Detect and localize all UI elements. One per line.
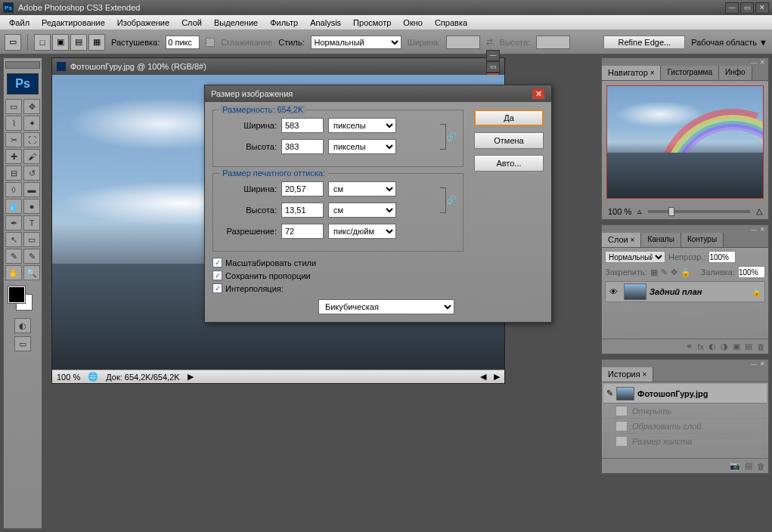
print-height-input[interactable]	[281, 203, 324, 218]
print-height-unit[interactable]: см	[328, 203, 396, 218]
ok-button[interactable]: Да	[474, 110, 544, 126]
tab-histogram[interactable]: Гистограмма	[661, 66, 719, 80]
layer-mask-icon[interactable]: ◐	[708, 342, 716, 351]
new-state-icon[interactable]: ▤	[745, 461, 752, 471]
history-item[interactable]: Образовать слой	[603, 419, 767, 434]
layer-row[interactable]: 👁 Задний план 🔒	[605, 281, 765, 302]
zoom-in-icon[interactable]: △	[756, 206, 762, 216]
history-item[interactable]: Открыть	[603, 404, 767, 419]
history-source[interactable]: ✎ ФотошопГуру.jpg	[603, 384, 767, 404]
brush-tool[interactable]: 🖌	[23, 149, 40, 164]
eyedropper-tool[interactable]: ✎	[23, 249, 40, 264]
type-tool[interactable]: T	[23, 215, 40, 230]
minimize-button[interactable]: —	[725, 2, 739, 14]
link-layers-icon[interactable]: ⚭	[686, 342, 693, 351]
delete-layer-icon[interactable]: 🗑	[757, 342, 765, 351]
menu-analysis[interactable]: Analysis	[304, 17, 347, 29]
tab-paths[interactable]: Контуры	[681, 233, 724, 247]
move-tool[interactable]: ✥	[23, 99, 40, 114]
wand-tool[interactable]: ✦	[23, 116, 40, 131]
panel-min-icon[interactable]: —	[751, 59, 757, 66]
selection-add-icon[interactable]: ▣	[52, 34, 69, 51]
doc-maximize-button[interactable]: ▭	[486, 61, 500, 73]
close-button[interactable]: ✕	[755, 2, 769, 14]
foreground-color-swatch[interactable]	[8, 286, 25, 303]
px-width-unit[interactable]: пикселы	[328, 118, 396, 133]
snapshot-icon[interactable]: 📷	[730, 461, 740, 471]
layer-visibility-icon[interactable]: 👁	[606, 287, 621, 296]
doc-zoom[interactable]: 100 %	[57, 373, 80, 382]
menu-filter[interactable]: Фильтр	[264, 17, 304, 29]
selection-subtract-icon[interactable]: ▤	[70, 34, 87, 51]
nav-zoom-value[interactable]: 100 %	[608, 207, 631, 216]
print-link-icon[interactable]: 🔗	[446, 195, 457, 205]
notes-tool[interactable]: ✎	[5, 249, 22, 264]
zoom-tool[interactable]: 🔍	[23, 265, 40, 280]
group-icon[interactable]: ▣	[733, 342, 740, 351]
auto-button[interactable]: Авто...	[474, 155, 544, 172]
dialog-titlebar[interactable]: Размер изображения ✕	[205, 85, 551, 102]
dialog-close-button[interactable]: ✕	[532, 88, 545, 100]
screenmode-button[interactable]: ▭	[14, 336, 31, 351]
resolution-input[interactable]	[281, 224, 324, 239]
print-width-unit[interactable]: см	[328, 181, 396, 196]
path-tool[interactable]: ↖	[5, 232, 22, 247]
px-height-unit[interactable]: пикселы	[328, 139, 396, 154]
menu-view[interactable]: Просмотр	[347, 17, 397, 29]
menu-select[interactable]: Выделение	[208, 17, 264, 29]
document-titlebar[interactable]: ФотошопГуру.jpg @ 100% (RGB/8#) — ▭ ✕	[52, 58, 504, 75]
fill-input[interactable]	[738, 266, 765, 278]
heal-tool[interactable]: ✚	[5, 149, 22, 164]
tab-layers[interactable]: Слои ×	[602, 233, 641, 247]
eraser-tool[interactable]: ◊	[5, 182, 22, 197]
menu-window[interactable]: Окно	[397, 17, 429, 29]
tool-preset-icon[interactable]: ▭	[5, 34, 21, 51]
stamp-tool[interactable]: ⊟	[5, 165, 22, 181]
dodge-tool[interactable]: ●	[23, 199, 40, 214]
new-layer-icon[interactable]: ▤	[745, 342, 752, 351]
zoom-slider[interactable]	[648, 210, 750, 213]
layer-thumbnail[interactable]	[624, 283, 646, 300]
lock-all-icon[interactable]: 🔒	[681, 268, 691, 277]
crop-tool[interactable]: ✂	[5, 132, 22, 147]
opacity-input[interactable]	[708, 251, 736, 263]
zoom-out-icon[interactable]: ▵	[637, 206, 642, 216]
history-item[interactable]: Размер холста	[603, 434, 767, 449]
menu-file[interactable]: Файл	[3, 17, 36, 29]
adjustment-icon[interactable]: ◑	[721, 342, 728, 351]
resolution-unit[interactable]: пикс/дюйм	[328, 224, 396, 239]
resample-checkbox[interactable]: ✓	[212, 283, 222, 293]
print-width-input[interactable]	[281, 181, 324, 196]
history-brush-tool[interactable]: ↺	[23, 165, 40, 181]
lock-move-icon[interactable]: ✥	[671, 268, 677, 277]
toolbox-grip[interactable]	[5, 61, 40, 69]
tab-navigator[interactable]: Навигатор ×	[602, 66, 661, 80]
tab-history[interactable]: История ×	[602, 367, 653, 382]
menu-layer[interactable]: Слой	[175, 17, 208, 29]
blend-mode-select[interactable]: Нормальный	[605, 251, 665, 263]
px-height-input[interactable]	[281, 139, 324, 154]
menu-help[interactable]: Справка	[429, 17, 473, 29]
px-width-input[interactable]	[281, 118, 324, 133]
menu-image[interactable]: Изображение	[111, 17, 175, 29]
navigator-preview[interactable]	[606, 85, 764, 199]
constrain-checkbox[interactable]: ✓	[212, 271, 222, 280]
blur-tool[interactable]: 💧	[5, 199, 22, 214]
tab-channels[interactable]: Каналы	[641, 233, 681, 247]
selection-new-icon[interactable]: □	[34, 34, 51, 51]
shape-tool[interactable]: ▭	[23, 232, 40, 247]
scale-styles-checkbox[interactable]: ✓	[212, 258, 222, 268]
lock-pixels-icon[interactable]: ▦	[650, 268, 658, 277]
hand-tool[interactable]: ✋	[5, 265, 22, 280]
maximize-button[interactable]: ▭	[740, 2, 754, 14]
layer-name[interactable]: Задний план	[650, 287, 749, 296]
workspace-label[interactable]: Рабочая область ▼	[691, 38, 767, 47]
panel-close-icon[interactable]: ✕	[760, 59, 765, 66]
feather-input[interactable]	[166, 36, 200, 49]
cancel-button[interactable]: Отмена	[474, 132, 544, 149]
resample-method-select[interactable]: Бикубическая	[318, 299, 454, 314]
marquee-tool[interactable]: ▭	[5, 99, 22, 114]
refine-edge-button[interactable]: Refine Edge...	[603, 36, 685, 49]
tab-info[interactable]: Инфо	[719, 66, 752, 80]
menu-edit[interactable]: Редактирование	[36, 17, 111, 29]
